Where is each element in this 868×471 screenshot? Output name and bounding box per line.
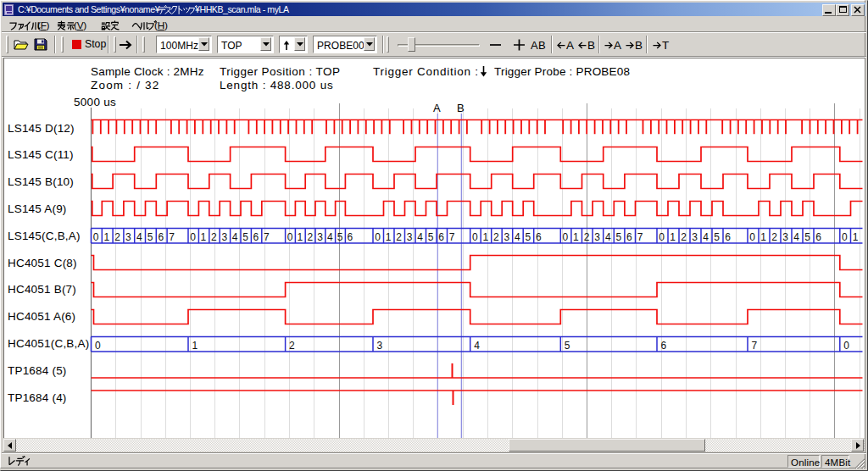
svg-text:6: 6 [438, 231, 444, 243]
svg-text:Sample Clock : 2MHz: Sample Clock : 2MHz [91, 65, 204, 78]
svg-text:5: 5 [428, 231, 434, 243]
svg-text:2: 2 [681, 231, 687, 243]
svg-text:4: 4 [515, 231, 520, 243]
svg-text:2: 2 [584, 231, 590, 243]
svg-text:LS145 A(9): LS145 A(9) [8, 202, 67, 215]
svg-text:0: 0 [93, 231, 99, 243]
svg-text:0: 0 [563, 231, 569, 243]
svg-text:0: 0 [749, 231, 755, 243]
svg-text:5: 5 [147, 231, 153, 243]
svg-text:1: 1 [201, 231, 207, 243]
svg-text:7: 7 [169, 231, 175, 243]
svg-text:4: 4 [703, 231, 709, 243]
svg-text:6: 6 [348, 231, 353, 243]
svg-text:4: 4 [417, 231, 423, 243]
svg-text:Zoom : / 32: Zoom : / 32 [91, 79, 159, 91]
svg-text:3: 3 [317, 231, 323, 243]
svg-text:Trigger Probe : PROBE08: Trigger Probe : PROBE08 [494, 65, 630, 78]
svg-text:5: 5 [525, 231, 531, 243]
svg-text:1: 1 [386, 231, 392, 243]
svg-text:5000 us: 5000 us [74, 96, 116, 108]
svg-text:7: 7 [449, 231, 455, 243]
svg-text:0: 0 [842, 231, 848, 243]
svg-text:6: 6 [536, 231, 542, 243]
svg-text:2: 2 [771, 231, 777, 243]
svg-text:5: 5 [242, 231, 248, 243]
svg-text:4: 4 [793, 231, 799, 243]
svg-text:A: A [433, 102, 441, 114]
svg-text:2: 2 [493, 231, 499, 243]
svg-text:HC4051(C,B,A): HC4051(C,B,A) [8, 337, 89, 350]
svg-text:HC4051 B(7): HC4051 B(7) [8, 283, 76, 296]
svg-text:3: 3 [377, 340, 383, 352]
svg-text:3: 3 [504, 231, 509, 243]
svg-text:6: 6 [661, 340, 667, 352]
svg-text:3: 3 [692, 231, 698, 243]
svg-text:5: 5 [804, 231, 810, 243]
svg-text:0: 0 [95, 340, 101, 352]
svg-text:2: 2 [396, 231, 402, 243]
svg-text:4: 4 [232, 231, 238, 243]
svg-text:4: 4 [327, 231, 333, 243]
svg-text:4: 4 [605, 231, 611, 243]
svg-text:4: 4 [136, 231, 142, 243]
svg-text:LS145 B(10): LS145 B(10) [8, 175, 74, 188]
svg-text:6: 6 [159, 231, 164, 243]
svg-text:0: 0 [190, 231, 196, 243]
svg-text:B: B [457, 102, 465, 114]
svg-text:TP1684 (4): TP1684 (4) [8, 391, 67, 404]
svg-text:1: 1 [104, 231, 110, 243]
svg-text:0: 0 [659, 231, 665, 243]
svg-text:7: 7 [752, 340, 758, 352]
svg-text:0: 0 [287, 231, 293, 243]
svg-text:HC4051 C(8): HC4051 C(8) [8, 257, 77, 269]
svg-text:6: 6 [626, 231, 632, 243]
svg-text:1: 1 [853, 231, 859, 243]
svg-text:4: 4 [474, 340, 480, 352]
svg-text:3: 3 [782, 231, 788, 243]
svg-text:5: 5 [714, 231, 720, 243]
svg-text:1: 1 [670, 231, 676, 243]
svg-text:Trigger Condition :: Trigger Condition : [373, 65, 479, 78]
svg-text:TP1684 (5): TP1684 (5) [8, 364, 67, 377]
svg-text:3: 3 [221, 231, 227, 243]
svg-text:LS145 D(12): LS145 D(12) [8, 122, 75, 135]
svg-text:1: 1 [573, 231, 579, 243]
svg-text:1: 1 [298, 231, 303, 243]
svg-text:1: 1 [192, 340, 198, 352]
svg-text:LS145(C,B,A): LS145(C,B,A) [8, 230, 81, 242]
svg-text:3: 3 [407, 231, 413, 243]
svg-text:5: 5 [565, 340, 570, 352]
svg-text:Trigger Position : TOP: Trigger Position : TOP [220, 65, 340, 78]
svg-text:6: 6 [253, 231, 259, 243]
svg-text:5: 5 [616, 231, 622, 243]
svg-text:0: 0 [472, 231, 478, 243]
svg-text:0: 0 [375, 231, 381, 243]
svg-text:LS145 C(11): LS145 C(11) [8, 148, 74, 161]
svg-text:2: 2 [211, 231, 217, 243]
svg-text:2: 2 [114, 231, 120, 243]
svg-text:HC4051 A(6): HC4051 A(6) [8, 310, 75, 323]
svg-text:5: 5 [337, 231, 343, 243]
svg-text:Length : 488.000 us: Length : 488.000 us [220, 79, 334, 91]
svg-text:3: 3 [125, 231, 131, 243]
svg-text:3: 3 [594, 231, 600, 243]
svg-text:7: 7 [637, 231, 643, 243]
svg-text:7: 7 [264, 231, 270, 243]
svg-text:6: 6 [725, 231, 731, 243]
svg-text:2: 2 [307, 231, 313, 243]
svg-text:6: 6 [815, 231, 821, 243]
svg-text:2: 2 [289, 340, 295, 352]
svg-text:0: 0 [843, 340, 849, 352]
svg-text:1: 1 [482, 231, 488, 243]
svg-text:1: 1 [760, 231, 766, 243]
